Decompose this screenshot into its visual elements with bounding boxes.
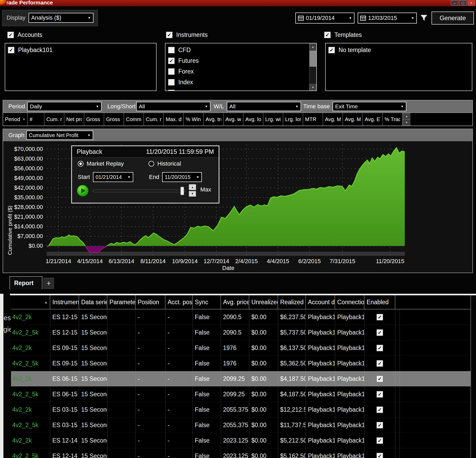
longshort-select[interactable]: All ▼ <box>136 102 211 111</box>
stats-column-header[interactable]: Cum. net <box>45 113 64 126</box>
stats-column-header[interactable]: Period▼ <box>3 113 28 126</box>
enabled-checkbox[interactable]: ✓ <box>377 376 383 382</box>
slider-handle[interactable] <box>180 187 184 195</box>
accounts-item-checkbox[interactable]: ✓ <box>8 47 14 53</box>
playback-radio-historical[interactable] <box>148 161 154 167</box>
report-table-row[interactable]: 4v2_2kES 03-1515 Seconds--False2055.375$… <box>11 402 471 417</box>
wl-select[interactable]: All ▼ <box>227 102 301 111</box>
instruments-scrollbar[interactable]: ▲ ▼ <box>309 43 316 91</box>
instruments-listbox[interactable]: CFD✓FuturesForexIndex ▲ ▼ <box>165 43 317 91</box>
report-column-header[interactable]: Acct. position <box>165 295 193 309</box>
timebase-select[interactable]: Exit Time ▼ <box>333 102 406 111</box>
stats-column-header[interactable]: Avg. los <box>243 113 263 126</box>
playback-end-select[interactable]: 11/20/2015 ▼ <box>162 172 202 182</box>
enabled-checkbox[interactable]: ✓ <box>377 360 383 367</box>
report-column-header[interactable]: Parameters <box>107 295 136 309</box>
stats-column-header[interactable]: Avg. MAE <box>323 113 343 126</box>
stats-column-header[interactable]: Net profit <box>64 113 84 126</box>
report-table-row[interactable]: 4v2_2kES 09-1515 Seconds--False1976$0.00… <box>11 340 471 356</box>
scroll-thumb[interactable] <box>309 50 316 67</box>
stats-column-header[interactable]: Avg. MFE <box>343 113 363 126</box>
templates-list-item[interactable]: ✓No template <box>328 45 472 55</box>
stats-column-header[interactable]: Commis <box>124 113 144 126</box>
stats-column-header[interactable]: % Win <box>184 113 204 126</box>
report-table-row[interactable]: 4v2_2kES 12-1415 Seconds--False2023.125$… <box>11 433 471 448</box>
stats-column-header[interactable]: MTR <box>303 113 323 126</box>
instruments-item-checkbox[interactable] <box>168 79 175 86</box>
graph-type-select[interactable]: Cumulative Net Profit ▼ <box>26 131 93 140</box>
instruments-item-checkbox[interactable] <box>168 47 175 53</box>
stats-column-header[interactable]: Avg. win <box>224 113 243 126</box>
enabled-checkbox[interactable]: ✓ <box>377 329 383 336</box>
report-column-header[interactable]: Unrealized <box>249 295 278 309</box>
enabled-checkbox[interactable]: ✓ <box>377 314 383 320</box>
enabled-checkbox[interactable]: ✓ <box>377 406 383 413</box>
maximize-button[interactable]: ▢ <box>459 1 467 5</box>
title-bar[interactable]: Trade Performance — ▢ ✕ <box>0 0 476 6</box>
report-table-row[interactable]: 4v2_2_5kES 06-1515 Seconds--False2099.25… <box>11 387 471 402</box>
enabled-checkbox[interactable]: ✓ <box>377 453 383 458</box>
instruments-checkbox[interactable]: ✓ <box>166 32 173 38</box>
report-column-header[interactable]: Enabled <box>364 295 395 309</box>
minimize-button[interactable]: — <box>451 1 458 5</box>
enabled-checkbox[interactable]: ✓ <box>377 422 383 428</box>
scroll-up-icon[interactable]: ▲ <box>309 43 316 50</box>
report-table-row[interactable]: 4v2_2_5kES 12-1415 Seconds--False2023.12… <box>11 448 471 458</box>
generate-button[interactable]: Generate <box>431 12 474 25</box>
instruments-list-item[interactable]: Index <box>168 77 309 88</box>
column-filter-icon[interactable]: ▼ <box>23 118 25 121</box>
scroll-track[interactable] <box>309 50 316 84</box>
stats-column-header[interactable]: Max. dr <box>164 113 184 126</box>
start-date-picker[interactable]: 01/19/2014 ▼ <box>295 13 355 24</box>
stats-scrollbar[interactable]: ▲ ▼ <box>403 113 410 126</box>
report-table-row[interactable]: 4v2_2kES 12-1515 Seconds--False2090.5$0.… <box>11 309 471 325</box>
report-column-header[interactable]: Realized <box>278 295 306 309</box>
end-date-picker[interactable]: 12/03/2015 ▼ <box>358 13 417 24</box>
enabled-checkbox[interactable]: ✓ <box>377 437 383 444</box>
stats-column-header[interactable]: Cum. ma <box>144 113 164 126</box>
scroll-up-icon[interactable]: ▲ <box>403 113 410 119</box>
templates-item-checkbox[interactable]: ✓ <box>328 47 335 53</box>
accounts-list[interactable]: ✓Playback101 <box>5 43 157 91</box>
close-button[interactable]: ✕ <box>468 1 475 5</box>
scroll-down-icon[interactable]: ▼ <box>309 84 316 91</box>
play-button[interactable] <box>77 185 89 197</box>
slider-spinner[interactable]: ▲ ▼ <box>189 184 196 197</box>
accounts-checkbox[interactable]: ✓ <box>7 32 14 38</box>
report-table-row[interactable]: 4v2_2_5kES 12-1515 Seconds--False2090.5$… <box>11 325 471 340</box>
instruments-item-checkbox[interactable] <box>168 90 175 91</box>
playback-dialog-titlebar[interactable]: Playback 11/20/2015 11:59:59 PM <box>72 146 219 157</box>
stats-column-header[interactable]: Avg. trd <box>204 113 224 126</box>
report-column-header[interactable]: Account display <box>306 295 335 309</box>
templates-checkbox[interactable]: ✓ <box>324 32 331 38</box>
slider-track[interactable] <box>93 190 185 192</box>
filter-icon[interactable] <box>419 14 428 22</box>
instruments-list-item[interactable]: ✓Futures <box>168 55 309 66</box>
report-column-header[interactable]: ▲ <box>11 295 50 309</box>
report-table-row[interactable]: 4v2_2_5kES 03-1515 Seconds--False2055.37… <box>11 417 471 433</box>
display-select[interactable]: Analysis ($) ▼ <box>29 13 93 23</box>
instruments-list-item[interactable]: Forex <box>168 66 309 77</box>
stats-column-header[interactable]: Gross p <box>84 113 104 126</box>
spinner-down-icon[interactable]: ▼ <box>189 191 196 197</box>
playback-radio-market[interactable] <box>78 161 84 167</box>
report-column-header[interactable]: Data series <box>79 295 107 309</box>
report-column-header[interactable]: Sync <box>193 295 221 309</box>
templates-list[interactable]: ✓No template <box>325 43 472 91</box>
period-select[interactable]: Daily ▼ <box>27 102 102 111</box>
report-column-header[interactable]: Avg. price <box>221 295 249 309</box>
add-tab-button[interactable]: + <box>43 278 54 289</box>
stats-column-header[interactable]: Avg. ETD <box>363 113 383 126</box>
stats-column-header[interactable]: % Trade <box>383 113 403 126</box>
instruments-list-item[interactable]: CFD <box>168 45 309 55</box>
instruments-list-item[interactable] <box>168 88 309 91</box>
report-column-header[interactable]: Connection <box>335 295 364 309</box>
report-table-row[interactable]: 4v2_2kES 06-1515 Seconds--False2099.25$0… <box>11 371 471 387</box>
report-table-row[interactable]: 4v2_2_5kES 09-1515 Seconds--False1976$0.… <box>11 356 471 371</box>
stats-column-header[interactable]: Gross l <box>104 113 124 126</box>
report-column-header[interactable]: Instrument <box>50 295 79 309</box>
instruments-item-checkbox[interactable]: ✓ <box>168 58 175 64</box>
enabled-checkbox[interactable]: ✓ <box>377 345 383 351</box>
playback-slider[interactable] <box>93 185 185 197</box>
playback-start-select[interactable]: 01/21/2014 ▼ <box>93 172 133 182</box>
